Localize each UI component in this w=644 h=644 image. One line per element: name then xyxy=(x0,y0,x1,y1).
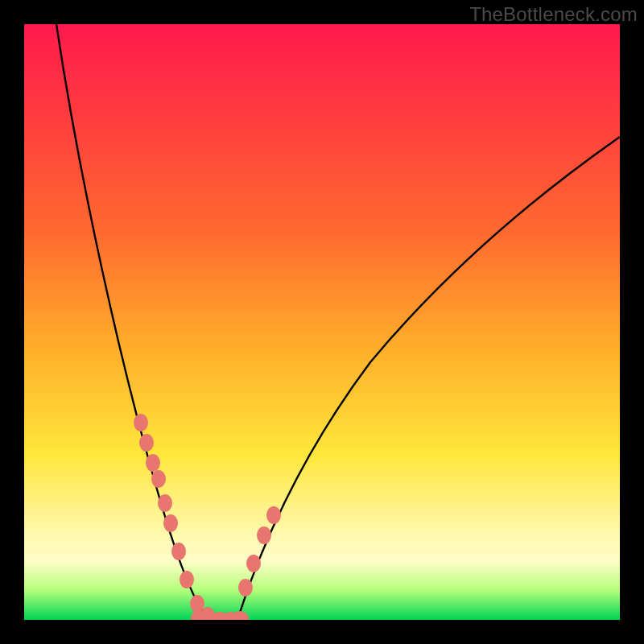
outer-frame: TheBottleneck.com xyxy=(0,0,644,644)
marker xyxy=(146,454,160,472)
marker xyxy=(266,506,281,524)
watermark-text: TheBottleneck.com xyxy=(469,3,638,26)
marker xyxy=(171,543,186,560)
marker xyxy=(163,514,178,532)
marker xyxy=(257,526,271,544)
plot-area xyxy=(24,24,620,620)
left-curve xyxy=(56,24,209,620)
marker-group xyxy=(134,414,281,620)
marker xyxy=(158,494,172,512)
marker xyxy=(238,579,253,597)
marker xyxy=(180,571,194,588)
marker xyxy=(151,470,166,488)
chart-svg xyxy=(24,24,620,620)
marker xyxy=(134,414,148,431)
marker xyxy=(139,434,154,452)
marker xyxy=(246,555,261,572)
marker xyxy=(231,611,249,620)
right-curve xyxy=(237,137,620,620)
